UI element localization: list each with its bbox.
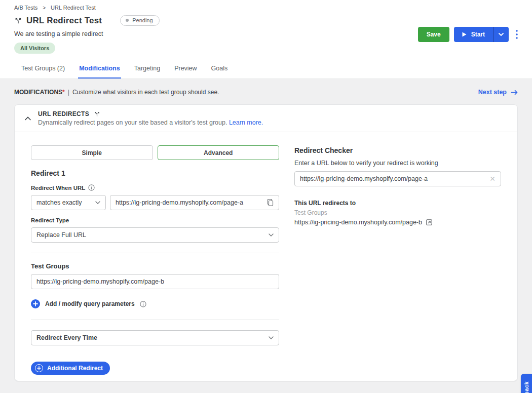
arrow-right-icon — [511, 90, 518, 95]
redirect-when-row: matches exactly — [31, 195, 279, 210]
next-step-link[interactable]: Next step — [478, 89, 518, 96]
divider — [31, 320, 279, 320]
header-actions: Save Start — [418, 27, 518, 42]
info-icon[interactable] — [88, 184, 95, 191]
checker-result-group: Test Groups — [294, 209, 501, 216]
status-badge: Pending — [120, 15, 159, 26]
clear-input-icon[interactable]: ✕ — [489, 175, 496, 182]
redirect-type-select[interactable]: Replace Full URL — [31, 227, 279, 243]
divider — [31, 253, 279, 253]
breadcrumb-current: URL Redirect Test — [51, 5, 96, 11]
start-button[interactable]: Start — [454, 27, 493, 42]
checker-url-input[interactable] — [300, 175, 485, 182]
audience-badge[interactable]: All Visitors — [14, 43, 55, 54]
required-asterisk: * — [62, 89, 65, 96]
redirect-checker-title: Redirect Checker — [294, 146, 501, 154]
checker-url-field: ✕ — [294, 171, 501, 186]
checker-result-heading: This URL redirects to — [294, 200, 501, 207]
redirect-type-label-text: Redirect Type — [31, 217, 69, 223]
redirect-checker-panel: Redirect Checker Enter a URL below to ve… — [294, 145, 501, 375]
external-link-icon[interactable] — [426, 219, 432, 225]
learn-more-link[interactable]: Learn more. — [229, 119, 263, 126]
advanced-mode-button[interactable]: Advanced — [158, 145, 280, 160]
chevron-down-icon — [269, 233, 274, 237]
redirect-frequency-select[interactable]: Redirect Every Time — [31, 330, 279, 345]
redirect-when-url-label: Redirect When URL — [31, 184, 279, 191]
chevron-down-icon — [95, 201, 100, 204]
tab-test-groups[interactable]: Test Groups (2) — [20, 65, 66, 78]
start-dropdown-button[interactable] — [493, 27, 509, 42]
start-button-group: Start — [454, 27, 509, 42]
additional-redirect-button[interactable]: Additional Redirect — [31, 362, 110, 375]
start-button-label: Start — [471, 31, 485, 38]
plus-circle-outline-icon — [35, 364, 43, 372]
modifications-bar: MODIFICATIONS* | Customize what visitors… — [14, 89, 518, 96]
kebab-menu-icon — [516, 30, 518, 39]
checker-result-url-row: https://ig-pricing-demo.myshopify.com/pa… — [294, 219, 501, 226]
redirect-type-value: Replace Full URL — [36, 231, 86, 239]
copy-icon[interactable] — [267, 199, 274, 206]
tab-goals[interactable]: Goals — [210, 65, 229, 78]
collapse-section-button[interactable] — [23, 114, 33, 123]
page-header: A/B Tests > URL Redirect Test URL Redire… — [0, 0, 532, 79]
title-row: URL Redirect Test Pending — [14, 15, 532, 26]
chevron-down-icon — [269, 336, 274, 339]
card-title-row: URL REDIRECTS — [38, 110, 263, 117]
feedback-button[interactable]: Feedback — [521, 374, 532, 393]
add-query-params-button[interactable]: Add / modify query parameters — [31, 299, 279, 308]
modifications-bar-separator: | — [68, 89, 69, 96]
next-step-label: Next step — [478, 89, 507, 96]
page-title: URL Redirect Test — [26, 16, 102, 26]
plus-circle-icon — [31, 299, 40, 308]
feedback-label: Feedback — [523, 381, 529, 393]
save-button[interactable]: Save — [418, 27, 449, 42]
redirect-editor-column: Simple Advanced Redirect 1 Redirect When… — [31, 145, 279, 375]
info-icon[interactable] — [140, 301, 146, 307]
more-options-button[interactable] — [516, 30, 518, 39]
mode-toggle: Simple Advanced — [31, 145, 279, 160]
play-icon — [462, 32, 467, 37]
breadcrumb: A/B Tests > URL Redirect Test — [0, 0, 532, 11]
test-groups-label: Test Groups — [31, 262, 279, 270]
tab-targeting[interactable]: Targeting — [133, 65, 161, 78]
additional-redirect-label: Additional Redirect — [47, 365, 103, 372]
target-url-input[interactable] — [36, 278, 274, 285]
redirect-when-url-label-text: Redirect When URL — [31, 185, 85, 191]
redirect-checker-subtitle: Enter a URL below to verify your redirec… — [294, 160, 501, 167]
breadcrumb-separator: > — [43, 5, 46, 11]
card-description-text: Dynamically redirect pages on your site … — [38, 119, 227, 126]
tab-preview[interactable]: Preview — [173, 65, 198, 78]
modifications-bar-title: MODIFICATIONS — [14, 89, 62, 96]
card-description: Dynamically redirect pages on your site … — [38, 119, 263, 126]
match-type-select[interactable]: matches exactly — [31, 195, 106, 210]
card-title: URL REDIRECTS — [38, 110, 89, 117]
source-url-input[interactable] — [116, 199, 263, 206]
tab-modifications[interactable]: Modifications — [78, 65, 121, 78]
redirect-branch-icon — [94, 111, 100, 117]
tab-bar: Test Groups (2) Modifications Targeting … — [20, 65, 229, 78]
redirect-frequency-value: Redirect Every Time — [36, 334, 97, 341]
source-url-field — [110, 195, 279, 210]
status-label: Pending — [132, 17, 153, 23]
status-dot-icon — [126, 19, 129, 22]
card-header: URL REDIRECTS Dynamically redirect pages… — [15, 105, 517, 132]
breadcrumb-root[interactable]: A/B Tests — [14, 5, 37, 11]
chevron-up-icon — [25, 116, 31, 121]
redirect-branch-icon — [14, 17, 22, 25]
redirect-heading: Redirect 1 — [31, 169, 279, 177]
modifications-bar-subtitle: Customize what visitors in each test gro… — [72, 89, 219, 96]
add-query-params-label: Add / modify query parameters — [45, 300, 135, 307]
card-header-text: URL REDIRECTS Dynamically redirect pages… — [38, 110, 263, 126]
target-url-field — [31, 274, 279, 289]
checker-result-url: https://ig-pricing-demo.myshopify.com/pa… — [294, 219, 422, 226]
simple-mode-button[interactable]: Simple — [31, 145, 153, 160]
match-type-value: matches exactly — [36, 199, 82, 206]
url-redirects-card: URL REDIRECTS Dynamically redirect pages… — [14, 104, 518, 381]
redirect-type-label: Redirect Type — [31, 217, 279, 223]
card-body: Simple Advanced Redirect 1 Redirect When… — [15, 132, 517, 381]
chevron-down-icon — [499, 33, 504, 36]
